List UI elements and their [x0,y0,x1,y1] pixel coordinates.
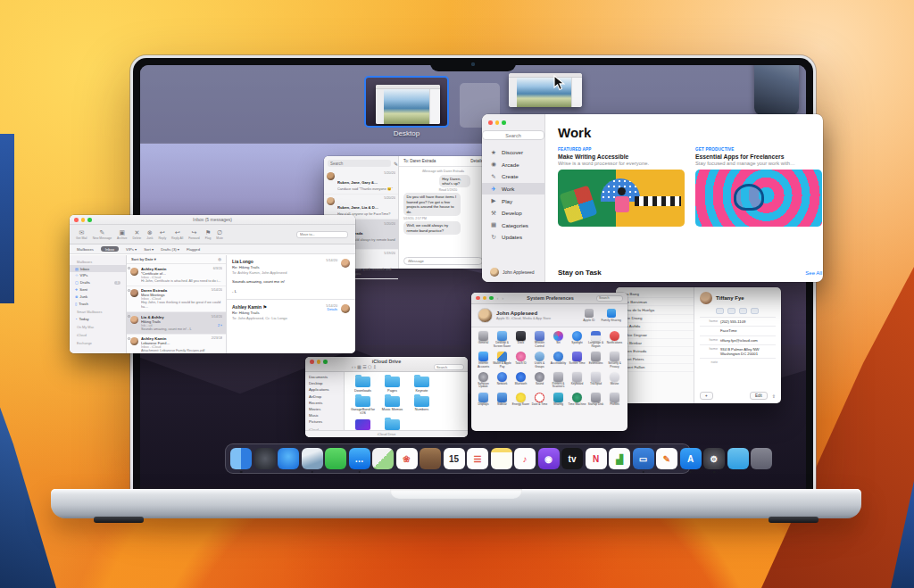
preference-pane[interactable]: Sound [530,372,549,389]
back-forward-arrows[interactable]: ‹ › [497,295,505,301]
mail-sidebar-item[interactable]: ◔ Today [70,315,126,322]
dragged-window-thumbnail[interactable] [509,73,582,107]
desktop-space-thumbnail[interactable] [364,76,449,128]
mail-toolbar-button[interactable]: ↩ Reply All [171,229,183,240]
mail-sidebar-item[interactable]: Mailboxes [70,260,126,266]
preference-pane[interactable]: Notifications [605,331,624,348]
details-link[interactable]: Details [326,308,337,311]
preference-pane[interactable]: Displays [474,393,493,407]
dock-icon[interactable]: ☰ [467,448,488,469]
preference-pane[interactable]: Mission Control [530,331,549,348]
finder-toolbar-icons[interactable]: ‹ › ▦ ☰ ⬡ ↥ [352,364,377,369]
contact-list-item[interactable]: Bea Aufida [616,323,694,331]
dock-icon[interactable]: ✎ [656,448,677,469]
mail-sidebar-item[interactable]: ⊗ Junk [70,293,126,300]
dock-icon[interactable]: A [680,448,702,469]
productive-card[interactable]: GET PRODUCTIVE Essential Apps for Freela… [695,147,822,227]
dock-icon[interactable]: ❀ [396,448,418,469]
mail-sidebar-item[interactable]: ▢ Drafts 3 [70,279,126,286]
finder-sidebar-item[interactable]: Pictures [305,418,344,425]
mail-list-item[interactable]: Ashley Kamin6/3/20 *Certificate of… Inbo… [127,264,226,286]
dock-icon[interactable] [325,448,346,469]
mail-list-item[interactable]: Daren Estrada5/14/20 More Meetings Inbox… [127,286,226,312]
dock-icon[interactable]: ⚙ [703,448,725,469]
preference-pane[interactable]: Internet Accounts [474,352,493,369]
finder-sidebar-item[interactable]: AirDrop [305,393,344,400]
move-to-field[interactable] [296,231,348,238]
contact-list-item[interactable]: Jackie Degraw [616,331,694,339]
zoom-button[interactable] [489,296,494,301]
folder-item[interactable]: Numbers [407,396,436,416]
prefs-titlebar[interactable]: ‹ › System Preferences [471,293,627,304]
dock-icon[interactable] [254,448,276,469]
edit-contact-button[interactable]: Edit [750,392,768,400]
mail-sidebar-item[interactable]: On My Mac [70,325,126,331]
close-button[interactable] [488,120,493,125]
traffic-lights[interactable] [74,218,92,222]
featured-card[interactable]: FEATURED APP Make Writing Accessible Wri… [558,147,685,227]
folder-item[interactable]: Keynote [407,377,436,393]
preference-pane[interactable]: Printers & Scanners [549,372,568,389]
preference-pane[interactable]: Spotlight [568,331,586,348]
preference-pane[interactable]: Mouse [605,372,624,389]
flagged-menu[interactable]: Flagged [187,247,200,252]
close-button[interactable] [74,218,79,222]
mail-toolbar-button[interactable]: ⚑ Flag [205,229,212,240]
finder-sidebar-item[interactable]: Applications [305,386,344,393]
dock-icon[interactable]: ♪ [514,448,536,469]
dock-icon[interactable] [420,448,441,469]
dock-icon[interactable]: tv [561,448,583,469]
minimize-button[interactable] [317,360,321,364]
contact-list-item[interactable]: Elena de la Huelga [616,306,694,314]
finder-sidebar-item[interactable]: Recents [305,400,344,406]
preference-pane[interactable]: Wallet & Apple Pay [493,352,511,369]
preference-pane[interactable]: Accessibility [549,352,568,369]
contact-list-item[interactable]: Robert Fallon [616,364,694,372]
prefs-search-input[interactable] [596,295,623,302]
app-store-sidebar-item[interactable]: ⚒ Develop [482,207,544,219]
traffic-lights[interactable] [488,120,506,125]
preference-pane[interactable]: Keyboard [568,372,586,389]
app-store-sidebar-item[interactable]: ▦ Categories [482,219,544,232]
compose-icon[interactable]: ✎ [394,161,398,167]
preference-pane[interactable]: Trackpad [586,372,605,389]
preference-pane[interactable]: Software Update [474,372,493,389]
preference-pane[interactable]: Touch ID [511,352,530,369]
traffic-lights[interactable] [476,296,494,301]
dock-icon[interactable]: ▭ [633,448,654,469]
folder-item[interactable]: GarageBand for iOS [348,396,378,416]
dock-icon[interactable] [751,448,772,469]
preference-pane[interactable]: Users & Groups [530,352,549,369]
conversation-list-item[interactable]: 5/20/20 Ruben, Jane, Gary &… Candace sai… [324,169,398,195]
add-contact-button[interactable]: + [700,392,713,400]
inbox-pill[interactable]: Inbox [101,246,119,252]
mail-toolbar-button[interactable]: ✎ New Message [93,229,112,240]
dock-icon[interactable]: ◉ [538,448,560,469]
dock-icon[interactable]: … [349,448,370,469]
thread-details-link[interactable]: Details [470,159,483,163]
dock-icon[interactable]: 15 [444,448,465,469]
mail-sidebar-item[interactable]: ▤ Inbox [70,265,126,272]
finder-sidebar-item[interactable]: Documents [305,374,344,380]
mail-action-icon[interactable] [751,308,759,314]
sort-menu[interactable]: Sort ▾ [144,247,154,252]
imessage-input[interactable] [403,257,483,265]
zoom-button[interactable] [502,120,506,125]
close-button[interactable] [310,360,314,364]
mail-toolbar-button[interactable]: ↪ Forward [188,229,199,240]
finder-search-input[interactable] [434,364,464,370]
contact-list-item[interactable]: Sue Brinkar [616,339,694,347]
vips-menu[interactable]: VIPs ▾ [126,247,137,252]
mailboxes-toggle[interactable]: Mailboxes [77,247,94,252]
finder-sidebar-item[interactable]: Desktop [305,380,344,386]
preference-pane[interactable]: General [474,331,493,348]
sort-by-date-label[interactable]: Sort by Date ▾ [131,257,156,261]
preference-pane[interactable]: Time Machine [568,393,586,407]
filter-icon[interactable]: ◎ [218,257,221,261]
mail-toolbar-button[interactable]: ▣ Archive [117,229,127,240]
app-store-sidebar-item[interactable]: ✈ Work [482,183,544,195]
preference-pane[interactable]: Energy Saver [511,393,530,407]
finder-sidebar-item[interactable]: Movies [305,406,344,412]
app-store-account[interactable]: John Appleseed [482,268,544,277]
minimize-button[interactable] [81,218,86,222]
